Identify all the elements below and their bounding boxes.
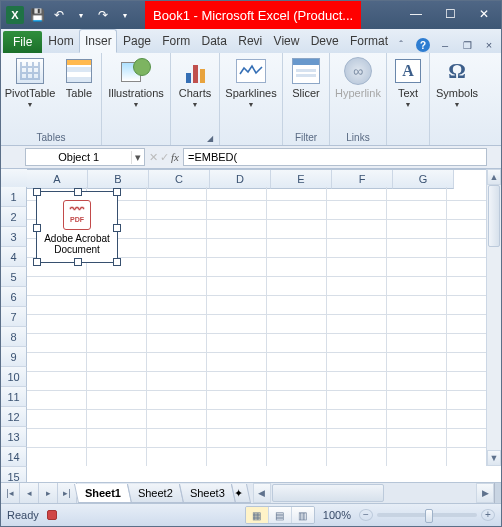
row-head[interactable]: 11: [1, 387, 27, 407]
row-head[interactable]: 3: [1, 227, 27, 247]
mdi-close-icon[interactable]: ×: [481, 37, 497, 53]
qat-dd-icon[interactable]: ▾: [71, 5, 91, 25]
redo-icon[interactable]: ↷: [93, 5, 113, 25]
tab-home[interactable]: Hom: [42, 29, 79, 53]
enter-icon[interactable]: ✓: [160, 151, 169, 164]
resize-handle[interactable]: [113, 224, 121, 232]
row-head[interactable]: 14: [1, 447, 27, 467]
symbols-button[interactable]: Ω Symbols ▼: [434, 55, 480, 108]
tab-page-layout[interactable]: Page: [117, 29, 156, 53]
view-page-layout-icon[interactable]: ▤: [269, 507, 292, 523]
resize-handle[interactable]: [113, 188, 121, 196]
sheet-nav-first-icon[interactable]: |◂: [1, 483, 20, 503]
spreadsheet-grid[interactable]: A B C D E F G 1 2 3 4 5 6 7 8 9 10 11 12…: [1, 169, 501, 482]
zoom-thumb[interactable]: [425, 509, 433, 523]
fx-icon[interactable]: fx: [171, 151, 179, 163]
sheet-nav-prev-icon[interactable]: ◂: [20, 483, 39, 503]
tab-developer[interactable]: Deve: [305, 29, 344, 53]
tab-insert[interactable]: Inser: [79, 29, 117, 53]
resize-handle[interactable]: [33, 258, 41, 266]
table-button[interactable]: Table: [61, 55, 97, 99]
view-buttons: ▦ ▤ ▥: [245, 506, 315, 524]
sheet-tab[interactable]: Sheet1: [74, 484, 132, 503]
row-head[interactable]: 12: [1, 407, 27, 427]
ribbon-minimize-icon[interactable]: ˆ: [393, 37, 409, 53]
tab-formulas[interactable]: Form: [156, 29, 195, 53]
scroll-right-icon[interactable]: ▶: [476, 483, 494, 503]
cells[interactable]: 〰 PDF Adobe Acrobat Document: [27, 187, 487, 466]
sheet-nav-next-icon[interactable]: ▸: [39, 483, 58, 503]
row-head[interactable]: 8: [1, 327, 27, 347]
scroll-up-icon[interactable]: ▲: [487, 169, 501, 185]
scroll-thumb[interactable]: [272, 484, 384, 502]
hscroll-splitter[interactable]: [494, 483, 501, 503]
sparklines-button[interactable]: Sparklines ▼: [224, 55, 278, 108]
illustrations-button[interactable]: Illustrations ▼: [106, 55, 166, 108]
hyperlink-button[interactable]: ∞ Hyperlink: [334, 55, 382, 99]
ribbon-group-filter: Slicer Filter: [283, 53, 330, 145]
view-normal-icon[interactable]: ▦: [246, 507, 269, 523]
tab-review[interactable]: Revi: [232, 29, 267, 53]
sparklines-label: Sparklines: [225, 87, 276, 99]
name-box-dropdown-icon[interactable]: ▾: [131, 151, 144, 164]
view-page-break-icon[interactable]: ▥: [292, 507, 314, 523]
scroll-left-icon[interactable]: ◀: [253, 483, 271, 503]
sheet-tab-bar: |◂ ◂ ▸ ▸| Sheet1 Sheet2 Sheet3 ✦ ◀ ▶: [1, 482, 501, 503]
zoom-out-button[interactable]: −: [359, 509, 373, 521]
slicer-button[interactable]: Slicer: [287, 55, 325, 99]
help-icon[interactable]: ?: [415, 37, 431, 53]
row-head[interactable]: 6: [1, 287, 27, 307]
horizontal-scrollbar[interactable]: ◀ ▶: [253, 483, 501, 503]
tab-data[interactable]: Data: [196, 29, 233, 53]
close-button[interactable]: ✕: [467, 3, 501, 25]
row-head[interactable]: 15: [1, 467, 27, 482]
formula-input[interactable]: [184, 151, 486, 163]
ribbon-group-charts: Charts ▼ ◢: [171, 53, 220, 145]
new-sheet-button[interactable]: ✦: [231, 484, 251, 503]
row-head[interactable]: 7: [1, 307, 27, 327]
text-button[interactable]: A Text ▼: [391, 55, 425, 108]
cancel-icon[interactable]: ✕: [149, 151, 158, 164]
pivottable-button[interactable]: PivotTable ▼: [5, 55, 55, 108]
name-box-input[interactable]: [26, 151, 131, 163]
tab-view[interactable]: View: [268, 29, 305, 53]
formula-input-wrap[interactable]: [183, 148, 487, 166]
mdi-restore-icon[interactable]: ❐: [459, 37, 475, 53]
ribbon-group-illustrations: Illustrations ▼: [102, 53, 171, 145]
dialog-launcher-icon[interactable]: ◢: [205, 134, 215, 144]
charts-button[interactable]: Charts ▼: [175, 55, 215, 108]
zoom-in-button[interactable]: +: [481, 509, 495, 521]
save-icon[interactable]: 💾: [27, 5, 47, 25]
ribbon-group-links: ∞ Hyperlink Links: [330, 53, 387, 145]
row-head[interactable]: 2: [1, 207, 27, 227]
row-head[interactable]: 4: [1, 247, 27, 267]
scroll-thumb[interactable]: [488, 185, 500, 247]
tab-format[interactable]: Format: [344, 29, 393, 53]
macro-record-icon[interactable]: [47, 510, 57, 520]
resize-handle[interactable]: [33, 224, 41, 232]
undo-icon[interactable]: ↶: [49, 5, 69, 25]
row-head[interactable]: 13: [1, 427, 27, 447]
scroll-down-icon[interactable]: ▼: [487, 450, 501, 466]
sheet-tab[interactable]: Sheet3: [179, 484, 236, 503]
resize-handle[interactable]: [33, 188, 41, 196]
resize-handle[interactable]: [74, 258, 82, 266]
file-tab[interactable]: File: [3, 31, 42, 53]
resize-handle[interactable]: [74, 188, 82, 196]
resize-handle[interactable]: [113, 258, 121, 266]
vertical-scrollbar[interactable]: ▲ ▼: [486, 169, 501, 466]
minimize-button[interactable]: —: [399, 3, 433, 25]
mdi-minimize-icon[interactable]: –: [437, 37, 453, 53]
zoom-track[interactable]: [377, 513, 477, 517]
row-head[interactable]: 5: [1, 267, 27, 287]
sheet-tab[interactable]: Sheet2: [127, 484, 184, 503]
row-head[interactable]: 10: [1, 367, 27, 387]
qat-customize-icon[interactable]: ▾: [115, 5, 135, 25]
name-box[interactable]: ▾: [25, 148, 145, 166]
maximize-button[interactable]: ☐: [433, 3, 467, 25]
zoom-slider: − +: [359, 509, 495, 521]
row-head[interactable]: 9: [1, 347, 27, 367]
row-head[interactable]: 1: [1, 187, 27, 207]
embedded-object[interactable]: 〰 PDF Adobe Acrobat Document: [36, 191, 118, 263]
select-all-corner[interactable]: [1, 169, 28, 188]
